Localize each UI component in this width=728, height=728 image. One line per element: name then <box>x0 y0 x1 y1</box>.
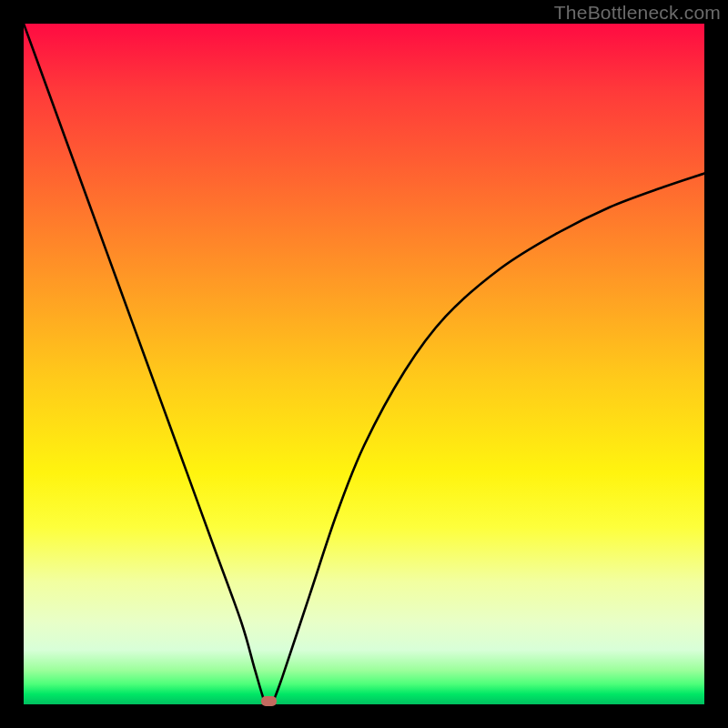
watermark-text: TheBottleneck.com <box>554 2 721 24</box>
optimal-point-marker <box>261 696 277 706</box>
chart-frame: TheBottleneck.com <box>0 0 728 728</box>
bottleneck-curve <box>24 24 704 704</box>
plot-area <box>24 24 704 704</box>
